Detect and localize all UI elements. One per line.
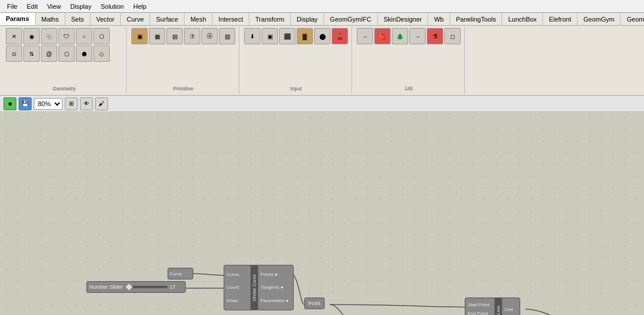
- slider-1-diamond: [126, 284, 132, 290]
- line-in-start: Start Point: [468, 302, 492, 307]
- icon-arrow-right-2[interactable]: →: [409, 28, 426, 44]
- icon-tree[interactable]: 🌲: [392, 28, 408, 44]
- toolbar-group-input: ⬇ ▣ ⬛ ▓ ⬤ 🍒 Input: [241, 27, 352, 94]
- tab-curve[interactable]: Curve: [121, 13, 150, 25]
- divide-curve-label: Divide Curve: [250, 265, 258, 310]
- icon-apple[interactable]: 🍎: [374, 28, 391, 44]
- icon-input-3[interactable]: ⬛: [279, 28, 295, 44]
- tab-skin-designer[interactable]: SkinDesigner: [378, 13, 428, 25]
- slider-1-label: Number Slider: [89, 284, 123, 290]
- divide-curve-outputs: Points ● Tangents ● Parameters ●: [258, 265, 291, 310]
- slider-1-track[interactable]: [133, 286, 168, 288]
- tab-bar: Params Maths Sets Vector Curve Surface M…: [0, 13, 644, 26]
- icon-paperclip[interactable]: 📎: [41, 28, 57, 44]
- curve-input-node[interactable]: Curve: [168, 268, 193, 279]
- point-label: Point: [308, 300, 321, 306]
- save-button[interactable]: 💾: [19, 97, 32, 110]
- zoom-selector[interactable]: 80%: [34, 98, 62, 110]
- tab-geomgym-rvt[interactable]: GeomGymRvt: [621, 13, 644, 25]
- dc-in-curve: Curve: [227, 272, 248, 277]
- menu-help[interactable]: Help: [128, 2, 151, 11]
- eye-toggle[interactable]: 👁: [80, 97, 93, 110]
- tab-intersect[interactable]: Intersect: [213, 13, 249, 25]
- icon-arrow-right[interactable]: →: [357, 28, 373, 44]
- icon-prim-3[interactable]: ▤: [166, 28, 183, 44]
- divide-curve-node[interactable]: Curve Count Kinks Divide Curve Points ● …: [224, 265, 294, 310]
- dc-out-points: Points ●: [260, 272, 288, 277]
- tab-params[interactable]: Params: [0, 13, 36, 25]
- menu-solution[interactable]: Solution: [96, 2, 128, 11]
- dc-in-kinks: Kinks: [227, 298, 248, 303]
- dc-out-tangents: Tangents ●: [260, 285, 288, 290]
- menu-display[interactable]: Display: [65, 2, 96, 11]
- util-icons: → 🍎 🌲 → ⚗ ◻: [357, 28, 461, 44]
- icon-input-1[interactable]: ⬇: [244, 28, 260, 44]
- icon-hexfill[interactable]: ⬢: [76, 46, 92, 62]
- icon-diamond[interactable]: ◇: [93, 46, 110, 62]
- canvas[interactable]: Curve Number Slider 17 Curve Count Kinks…: [0, 112, 644, 315]
- line-inputs: Start Point End Point: [465, 298, 495, 315]
- icon-pentagon[interactable]: ⬠: [58, 46, 75, 62]
- tab-mesh[interactable]: Mesh: [185, 13, 213, 25]
- toolbar-group-util: → 🍎 🌲 → ⚗ ◻ Util: [353, 27, 465, 94]
- icon-circle-dot[interactable]: ⊙: [6, 46, 22, 62]
- canvas-toolbar: ■ 💾 80% ⊞ 👁 🖌: [0, 96, 644, 112]
- tab-wb[interactable]: Wb: [428, 13, 450, 25]
- point-node[interactable]: Point: [304, 298, 325, 309]
- util-label: Util: [405, 86, 413, 93]
- icon-spiral[interactable]: @: [41, 46, 57, 62]
- tab-vector[interactable]: Vector: [90, 13, 121, 25]
- icon-prim-6[interactable]: ▧: [219, 28, 235, 44]
- icon-input-2[interactable]: ▣: [262, 28, 278, 44]
- geometry-label: Geometry: [53, 86, 76, 93]
- icon-prim-2[interactable]: ▦: [149, 28, 165, 44]
- icon-prim-1[interactable]: ▣: [131, 28, 148, 44]
- dc-out-parameters: Parameters ●: [260, 298, 288, 303]
- number-slider-1[interactable]: Number Slider 17: [86, 281, 186, 293]
- canvas-area: Curve Number Slider 17 Curve Count Kinks…: [0, 112, 644, 315]
- primitive-label: Primitive: [173, 86, 194, 93]
- menu-bar: File Edit View Display Solution Help: [0, 0, 644, 13]
- toolbar-group-geometry: ✕ ◉ 📎 🛡 ○ ⬡ ⊙ ⇅ @ ⬠ ⬢ ◇ Geometry: [2, 27, 127, 94]
- icon-arrows[interactable]: ⇅: [23, 46, 40, 62]
- line-node[interactable]: Start Point End Point Line Line: [465, 298, 520, 315]
- tab-elefront[interactable]: Elefront: [543, 13, 577, 25]
- tab-display[interactable]: Display: [291, 13, 324, 25]
- tab-geomgym[interactable]: GeomGym: [577, 13, 621, 25]
- curve-input-ports: Curve: [168, 268, 183, 279]
- curve-input-label: Curve: [169, 271, 182, 276]
- icon-prim-5[interactable]: Ⓐ: [201, 28, 218, 44]
- tab-sets[interactable]: Sets: [65, 13, 90, 25]
- input-label: Input: [290, 86, 302, 93]
- toolbar-group-primitive: ▣ ▦ ▤ ⑦ Ⓐ ▧ Primitive: [128, 27, 239, 94]
- icon-prim-4[interactable]: ⑦: [184, 28, 200, 44]
- icon-util-6[interactable]: ◻: [444, 28, 461, 44]
- icon-close-x[interactable]: ✕: [6, 28, 22, 44]
- icon-input-4[interactable]: ▓: [297, 28, 313, 44]
- new-document-button[interactable]: ■: [4, 97, 16, 110]
- line-out: Line: [504, 307, 513, 312]
- icon-hexagon[interactable]: ⬡: [93, 28, 110, 44]
- menu-file[interactable]: File: [2, 2, 22, 11]
- tab-paneling-tools[interactable]: PanelingTools: [450, 13, 503, 25]
- line-in-end: End Point: [468, 311, 492, 315]
- icon-shield[interactable]: 🛡: [58, 28, 75, 44]
- input-icons: ⬇ ▣ ⬛ ▓ ⬤ 🍒: [244, 28, 348, 44]
- toolbar: ✕ ◉ 📎 🛡 ○ ⬡ ⊙ ⇅ @ ⬠ ⬢ ◇ Geometry ▣ ▦ ▤ ⑦…: [0, 26, 644, 96]
- divide-curve-inputs: Curve Count Kinks: [224, 265, 250, 310]
- icon-cherry[interactable]: 🍒: [332, 28, 348, 44]
- fit-view-button[interactable]: ⊞: [65, 97, 78, 110]
- menu-edit[interactable]: Edit: [22, 2, 43, 11]
- icon-eye[interactable]: ◉: [23, 28, 40, 44]
- tab-lunch-box[interactable]: LunchBox: [502, 13, 543, 25]
- line-outputs: Line: [502, 298, 516, 315]
- tab-transform[interactable]: Transform: [249, 13, 291, 25]
- tab-surface[interactable]: Surface: [150, 13, 185, 25]
- icon-input-5[interactable]: ⬤: [314, 28, 330, 44]
- menu-view[interactable]: View: [43, 2, 66, 11]
- brush-tool[interactable]: 🖌: [95, 97, 108, 110]
- tab-maths[interactable]: Maths: [36, 13, 65, 25]
- icon-circle[interactable]: ○: [76, 28, 92, 44]
- tab-geomgym-ifc[interactable]: GeomGymIFC: [324, 13, 378, 25]
- icon-flask[interactable]: ⚗: [427, 28, 443, 44]
